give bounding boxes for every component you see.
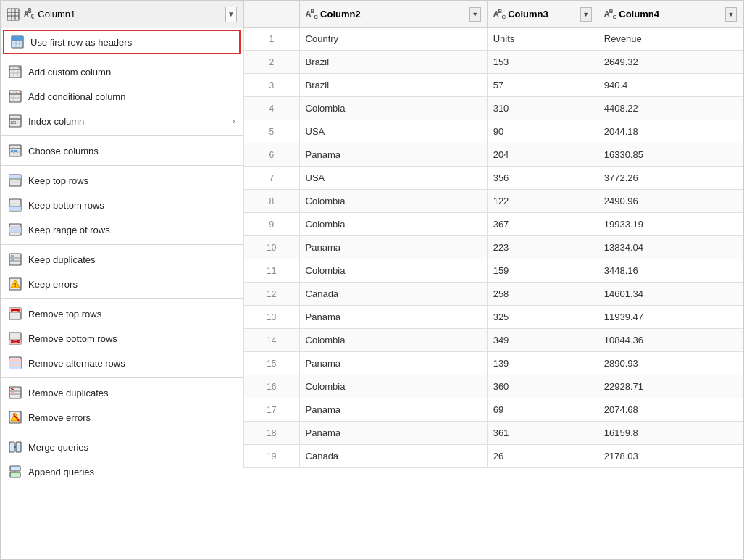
cell-r14-c1: 139 [487,352,598,375]
cell-r2-c2: 940.4 [598,74,743,97]
col4-dropdown-btn[interactable]: ▼ [725,7,737,22]
svg-rect-48 [11,259,14,261]
col1-type-label: ABC [24,8,33,20]
table-container[interactable]: ABC Column2 ▼ ABC Column3 ▼ [243,1,743,559]
cell-r16-c1: 69 [487,398,598,422]
svg-rect-75 [16,442,21,452]
cell-r7-c0: Colombia [299,190,487,213]
svg-rect-31 [14,150,17,152]
column1-dropdown-btn[interactable]: ▼ [225,7,237,22]
menu-item-keep-errors[interactable]: ! Keep errors [1,272,243,296]
col4-label: Column4 [619,9,659,20]
menu-label-use-first-row-headers: Use first row as headers [30,37,233,48]
cell-r14-c0: Panama [299,352,487,375]
table-row: 7USA3563772.26 [244,167,743,190]
table-row: 6Panama20416330.85 [244,143,743,167]
menu-item-keep-range-rows[interactable]: Keep range of rows [1,217,243,242]
keep-bottom-icon [8,198,22,212]
row-number: 3 [244,74,300,97]
row-number: 18 [244,422,300,445]
cell-r9-c0: Panama [299,236,487,259]
cell-r7-c2: 2490.96 [598,190,743,213]
menu-label-keep-top-rows: Keep top rows [28,175,235,186]
svg-rect-62 [9,359,21,362]
keep-dup-icon [8,252,22,267]
menu-label-keep-bottom-rows: Keep bottom rows [28,200,235,211]
menu-item-remove-top-rows[interactable]: Remove top rows [1,301,243,326]
svg-text:123: 123 [10,120,17,125]
svg-rect-0 [7,9,19,20]
menu-label-keep-duplicates: Keep duplicates [28,254,235,265]
row-number: 9 [244,213,300,236]
cell-r8-c2: 19933.19 [598,213,743,236]
cell-r17-c2: 16159.8 [598,422,743,445]
svg-rect-76 [10,466,20,471]
table-row: 15Panama1392890.93 [244,352,743,375]
svg-text:+: + [18,65,20,70]
remove-top-icon [8,306,22,321]
cell-r10-c0: Colombia [299,259,487,283]
row-number: 2 [244,51,300,74]
menu-label-add-conditional-column: Add conditional column [28,91,235,102]
menu-item-index-column[interactable]: 123 Index column› [1,109,243,133]
svg-rect-74 [9,442,14,452]
cell-r4-c1: 90 [487,120,598,143]
cell-r7-c1: 122 [487,190,598,213]
cell-r12-c2: 11939.47 [598,306,743,329]
svg-rect-30 [11,150,13,152]
row-number: 13 [244,306,300,329]
divider-divider2 [1,135,243,136]
menu-item-add-conditional-column[interactable]: ? Add conditional column [1,84,243,109]
cell-r13-c1: 349 [487,329,598,352]
table-row: 5USA902044.18 [244,120,743,143]
cell-r3-c2: 4408.22 [598,97,743,120]
col3-dropdown-btn[interactable]: ▼ [580,7,592,22]
col-header-2: ABC Column2 ▼ [299,1,487,28]
cell-r3-c0: Colombia [299,97,487,120]
menu-item-remove-errors[interactable]: Remove errors [1,405,243,430]
menu-item-keep-duplicates[interactable]: Keep duplicates [1,247,243,272]
svg-rect-47 [11,255,14,257]
cell-r16-c2: 2074.68 [598,398,743,422]
menu-item-remove-bottom-rows[interactable]: Remove bottom rows [1,326,243,351]
menu-item-remove-alternate-rows[interactable]: Remove alternate rows [1,351,243,375]
divider-divider5 [1,298,243,299]
main-container: ABC Column1 ▼ Use first row as headers +… [0,0,744,560]
menu-item-choose-columns[interactable]: Choose columns [1,138,243,163]
table-row: 19Canada262178.03 [244,445,743,468]
col3-type-icon: ABC [493,8,506,20]
remove-err-icon [8,410,22,425]
cell-r12-c1: 325 [487,306,598,329]
col2-type-icon: ABC [306,8,318,20]
cell-r16-c0: Panama [299,398,487,422]
cell-r3-c1: 310 [487,97,598,120]
table-row: 10Panama22313834.04 [244,236,743,259]
menu-item-append-queries[interactable]: Append queries [1,459,243,484]
menu-item-remove-duplicates[interactable]: Remove duplicates [1,380,243,405]
merge-icon [8,440,22,454]
menu-label-add-custom-column: Add custom column [28,67,235,78]
col3-label: Column3 [508,9,548,20]
menu-item-merge-queries[interactable]: Merge queries [1,435,243,459]
cell-r15-c1: 360 [487,375,598,398]
menu-item-use-first-row-headers[interactable]: Use first row as headers [3,30,241,54]
cell-r13-c0: Colombia [299,329,487,352]
cell-r17-c1: 361 [487,422,598,445]
cell-r0-c0: Country [299,28,487,51]
cell-r2-c0: Brazil [299,74,487,97]
table-row: 1CountryUnitsRevenue [244,28,743,51]
menu-item-keep-bottom-rows[interactable]: Keep bottom rows [1,193,243,217]
cell-r18-c2: 2178.03 [598,445,743,468]
menu-item-keep-top-rows[interactable]: Keep top rows [1,168,243,193]
cell-r1-c2: 2649.32 [598,51,743,74]
menu-label-choose-columns: Choose columns [28,146,235,156]
table-row: 3Brazil57940.4 [244,74,743,97]
row-number: 12 [244,283,300,306]
cell-r5-c0: Panama [299,143,487,167]
table-row: 16Colombia36022928.71 [244,375,743,398]
cell-r5-c1: 204 [487,143,598,167]
menu-item-add-custom-column[interactable]: + Add custom column [1,59,243,84]
col2-dropdown-btn[interactable]: ▼ [469,7,481,22]
row-number: 14 [244,329,300,352]
svg-rect-65 [9,366,21,369]
